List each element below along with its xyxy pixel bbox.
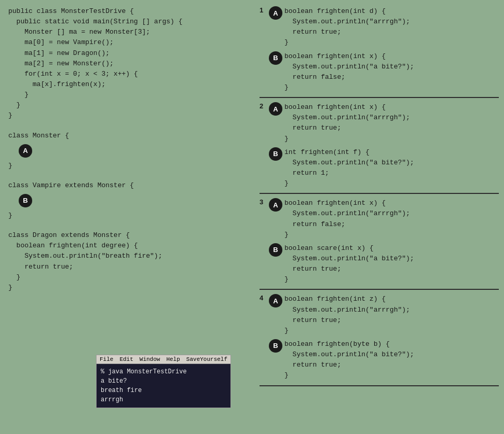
option-2-a-row: 2 A boolean frighten(int x) { System.out…	[260, 102, 499, 144]
option-4-a-row: 4 A boolean frighten(int z) { System.out…	[260, 294, 499, 336]
right-panel: 1 A boolean frighten(int d) { System.out…	[254, 0, 504, 434]
main-code-text: public class MonsterTestDrive { public s…	[8, 6, 246, 121]
vampire-class: class Vampire extends Monster { B }	[8, 180, 246, 221]
badge-3a: A	[269, 198, 282, 212]
badge-1a: A	[269, 6, 282, 20]
terminal-body: % java MonsterTestDrive a bite? breath f…	[97, 364, 230, 408]
option-3a-code: boolean frighten(int x) { System.out.pri…	[284, 198, 410, 240]
terminal-menubar: File Edit Window Help SaveYourself	[97, 355, 230, 364]
option-3-b-row: B boolean scare(int x) { System.out.prin…	[260, 243, 499, 285]
terminal-line-1: % java MonsterTestDrive	[101, 367, 226, 376]
menu-saveyourself[interactable]: SaveYourself	[186, 356, 227, 362]
badge-4b: B	[269, 339, 282, 353]
option-3-a-row: 3 A boolean frighten(int x) { System.out…	[260, 198, 499, 240]
dragon-class-text: class Dragon extends Monster { boolean f…	[8, 230, 246, 293]
option-2-number: 2	[260, 102, 267, 110]
option-2a-code: boolean frighten(int x) { System.out.pri…	[284, 102, 410, 144]
menu-file[interactable]: File	[100, 356, 113, 362]
badge-a-monster: A	[19, 144, 32, 158]
option-1-a-row: 1 A boolean frighten(int d) { System.out…	[260, 6, 499, 48]
monster-class: class Monster { A }	[8, 131, 246, 171]
terminal-line-4: arrrgh	[101, 395, 226, 404]
terminal-window: File Edit Window Help SaveYourself % jav…	[96, 355, 231, 408]
divider-4	[260, 385, 499, 386]
terminal-line-2: a bite?	[101, 376, 226, 386]
vampire-class-close: }	[8, 211, 246, 221]
option-3-number: 3	[260, 198, 267, 206]
badge-b-vampire: B	[19, 194, 32, 207]
badge-1b: B	[269, 51, 282, 65]
option-1a-code: boolean frighten(int d) { System.out.pri…	[284, 6, 410, 48]
badge-2b: B	[269, 147, 282, 161]
option-1b-code: boolean frighten(int x) { System.out.pri…	[284, 51, 414, 93]
menu-window[interactable]: Window	[140, 356, 160, 362]
monster-class-text: class Monster {	[8, 131, 246, 141]
option-2-b-row: B int frighten(int f) { System.out.print…	[260, 147, 499, 189]
badge-4a: A	[269, 294, 282, 307]
option-2b-code: int frighten(int f) { System.out.println…	[284, 147, 414, 189]
divider-3	[260, 289, 499, 290]
option-1: 1 A boolean frighten(int d) { System.out…	[260, 6, 499, 98]
badge-2a: A	[269, 102, 282, 116]
option-4: 4 A boolean frighten(int z) { System.out…	[260, 294, 499, 386]
terminal-line-3: breath fire	[101, 386, 226, 395]
menu-help[interactable]: Help	[166, 356, 180, 362]
option-1-number: 1	[260, 6, 267, 14]
option-3b-code: boolean scare(int x) { System.out.printl…	[284, 243, 414, 285]
option-2: 2 A boolean frighten(int x) { System.out…	[260, 102, 499, 194]
option-3: 3 A boolean frighten(int x) { System.out…	[260, 198, 499, 290]
option-4a-code: boolean frighten(int z) { System.out.pri…	[284, 294, 410, 336]
option-4b-code: boolean frighten(byte b) { System.out.pr…	[284, 339, 414, 381]
left-panel: public class MonsterTestDrive { public s…	[0, 0, 254, 434]
divider-2	[260, 193, 499, 194]
main-code: public class MonsterTestDrive { public s…	[8, 6, 246, 121]
dragon-class: class Dragon extends Monster { boolean f…	[8, 230, 246, 293]
vampire-class-text: class Vampire extends Monster {	[8, 180, 246, 191]
badge-3b: B	[269, 243, 282, 257]
divider-1	[260, 97, 499, 98]
monster-class-close: }	[8, 161, 246, 171]
option-1-b-row: B boolean frighten(int x) { System.out.p…	[260, 51, 499, 93]
menu-edit[interactable]: Edit	[119, 356, 133, 362]
option-4-b-row: B boolean frighten(byte b) { System.out.…	[260, 339, 499, 381]
option-4-number: 4	[260, 294, 267, 302]
